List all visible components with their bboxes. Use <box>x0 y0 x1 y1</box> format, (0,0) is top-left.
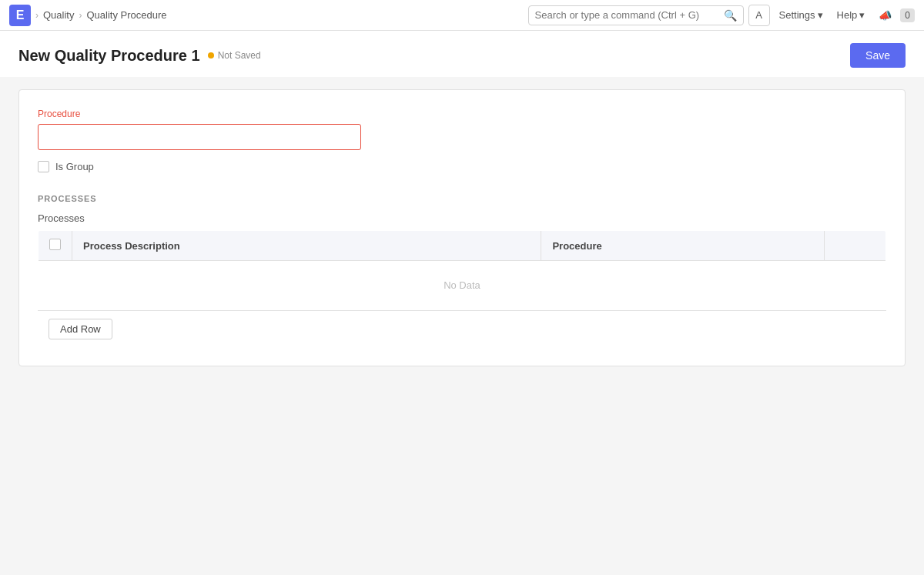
search-bar: 🔍 <box>528 5 744 25</box>
help-menu[interactable]: Help ▾ <box>832 6 870 24</box>
settings-menu[interactable]: Settings ▾ <box>775 6 828 24</box>
procedure-label: Procedure <box>38 109 886 119</box>
add-row-button[interactable]: Add Row <box>49 319 112 339</box>
page-header: New Quality Procedure 1 Not Saved Save <box>0 31 924 77</box>
add-row-area: Add Row <box>38 310 886 347</box>
page-title-area: New Quality Procedure 1 Not Saved <box>18 47 261 65</box>
breadcrumb-quality[interactable]: Quality <box>43 9 74 21</box>
is-group-checkbox[interactable] <box>38 161 49 172</box>
table-header-row: Process Description Procedure <box>38 231 886 261</box>
processes-section-title: PROCESSES <box>38 194 886 203</box>
notifications-count[interactable]: 0 <box>900 8 915 22</box>
th-checkbox <box>38 231 72 261</box>
chevron-down-icon-help: ▾ <box>859 9 865 21</box>
procedure-field: Procedure <box>38 109 886 150</box>
status-dot <box>208 52 214 59</box>
status-badge: Not Saved <box>208 50 261 61</box>
chevron-down-icon: ▾ <box>818 9 823 21</box>
main-content: Procedure Is Group PROCESSES Processes P <box>0 77 924 379</box>
avatar[interactable]: A <box>748 5 770 26</box>
is-group-label: Is Group <box>55 161 94 172</box>
th-actions <box>825 231 886 261</box>
is-group-area: Is Group <box>38 161 886 172</box>
app-logo[interactable]: E <box>9 5 31 26</box>
chevron-icon-1: › <box>35 10 38 21</box>
processes-section: PROCESSES Processes Process Description … <box>38 194 886 347</box>
search-icon: 🔍 <box>724 9 737 22</box>
no-data-text: No Data <box>444 279 480 291</box>
status-text: Not Saved <box>218 50 261 61</box>
save-button[interactable]: Save <box>850 43 906 68</box>
no-data-row: No Data <box>38 261 886 310</box>
notifications-icon[interactable]: 📣 <box>874 5 896 26</box>
form-card: Procedure Is Group PROCESSES Processes P <box>18 89 906 366</box>
navbar: E › Quality › Quality Procedure 🔍 A Sett… <box>0 0 924 31</box>
th-process-description: Process Description <box>72 231 541 261</box>
procedure-input[interactable] <box>38 124 361 150</box>
chevron-icon-2: › <box>79 10 82 21</box>
page-title: New Quality Procedure 1 <box>18 47 200 65</box>
search-input[interactable] <box>535 9 719 21</box>
processes-table: Process Description Procedure No Data <box>38 230 886 310</box>
processes-label: Processes <box>38 212 886 224</box>
breadcrumb-quality-procedure[interactable]: Quality Procedure <box>86 9 166 21</box>
select-all-checkbox[interactable] <box>49 239 61 250</box>
th-procedure: Procedure <box>541 231 825 261</box>
